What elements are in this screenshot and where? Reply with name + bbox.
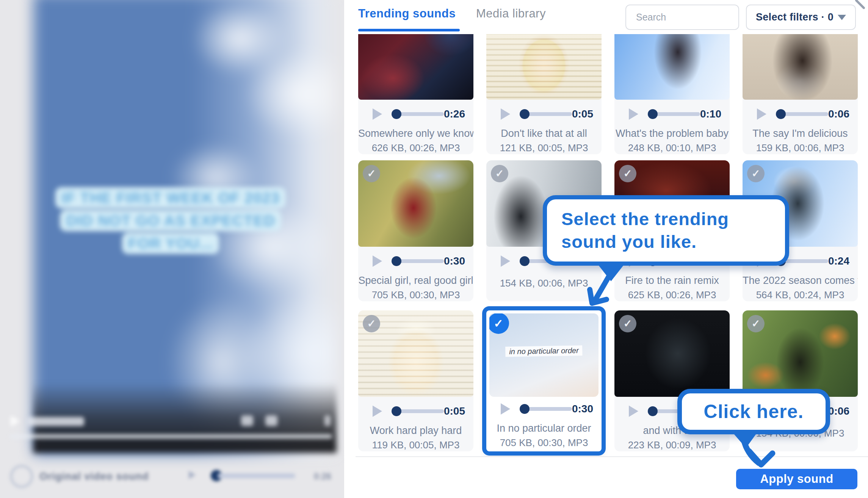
play-icon[interactable] — [501, 255, 510, 267]
sound-title: What's the problem baby — [614, 128, 730, 139]
duration-label: 0:05 — [572, 108, 593, 120]
sound-thumbnail: ✓ — [614, 310, 730, 397]
search-input[interactable] — [636, 5, 731, 29]
tutorial-callout-click: Click here. — [677, 389, 830, 434]
sound-thumbnail — [358, 34, 473, 100]
sound-title: Special girl, real good girl — [358, 275, 473, 287]
sound-card[interactable]: 0:06 The say I'm delicious 159 KB, 00:06… — [743, 34, 858, 154]
progress-dot — [648, 109, 658, 119]
active-tab-underline — [358, 29, 460, 31]
duration-label: 0:06 — [828, 108, 849, 120]
thumbnail-caption: in no particular order — [505, 345, 583, 357]
tab-trending-sounds[interactable]: Trending sounds — [358, 7, 456, 20]
sound-info: 564 KB, 00:24, MP3 — [743, 289, 858, 301]
sound-info: 625 KB, 00:26, MP3 — [614, 289, 730, 301]
play-icon[interactable] — [629, 406, 638, 417]
audio-progress[interactable] — [649, 112, 700, 116]
sound-info: 248 KB, 00:10, MP3 — [614, 142, 730, 154]
check-icon[interactable]: ✓ — [619, 315, 636, 332]
sound-time-label: 0:26 — [314, 471, 331, 482]
play-icon[interactable] — [373, 108, 382, 120]
progress-dot — [392, 406, 401, 416]
check-icon[interactable]: ✓ — [619, 165, 636, 182]
apply-sound-button[interactable]: Apply sound — [736, 469, 857, 489]
check-icon[interactable]: ✓ — [363, 315, 380, 332]
duration-label: 0:24 — [828, 255, 849, 267]
sound-title: Work hard play hard — [358, 425, 473, 437]
caption-line: IF THE FIRST WEEK OF 2023 — [55, 187, 286, 208]
footer-divider — [356, 456, 868, 457]
sound-card[interactable]: 0:10 What's the problem baby 248 KB, 00:… — [614, 34, 730, 154]
video-preview-panel: IF THE FIRST WEEK OF 2023 DID NOT GO AS … — [0, 0, 344, 498]
original-sound-row: Original video sound 0:26 — [0, 453, 344, 498]
check-icon-selected[interactable]: ✓ — [489, 313, 509, 334]
callout-text-line: Select the trending — [561, 208, 785, 230]
check-icon[interactable]: ✓ — [747, 315, 765, 332]
play-icon[interactable] — [501, 108, 510, 120]
sound-source-icon[interactable] — [10, 465, 33, 488]
sound-card[interactable]: 0:26 Somewhere only we know- 626 KB, 00:… — [358, 34, 473, 154]
video-settings-icon[interactable] — [265, 415, 277, 426]
duration-label: 0:06 — [828, 405, 849, 417]
sound-card[interactable]: ✓ 0:30 Special girl, real good girl 705 … — [358, 160, 473, 301]
sound-title: Somewhere only we know- — [358, 128, 473, 139]
filters-label: Select filters · 0 — [756, 11, 834, 23]
video-progress-bar[interactable] — [9, 434, 332, 438]
search-box — [625, 5, 739, 30]
sound-thumbnail — [486, 34, 602, 100]
callout-text: Click here. — [704, 401, 804, 423]
check-icon[interactable]: ✓ — [363, 165, 380, 182]
audio-progress[interactable] — [393, 409, 444, 413]
video-volume-icon[interactable] — [241, 415, 253, 426]
audio-progress[interactable] — [393, 259, 444, 263]
sound-info: 159 KB, 00:06, MP3 — [743, 142, 858, 154]
sound-thumbnail — [614, 34, 730, 100]
play-icon[interactable] — [373, 406, 382, 417]
check-icon[interactable]: ✓ — [491, 165, 508, 182]
audio-progress[interactable] — [393, 112, 444, 116]
sound-play-icon[interactable] — [189, 471, 196, 479]
progress-dot — [520, 404, 530, 414]
sound-card[interactable]: ✓ 0:05 Work hard play hard 119 KB, 00:05… — [358, 310, 473, 451]
sound-title: The say I'm delicious — [743, 128, 858, 139]
sound-progress-track[interactable] — [218, 473, 295, 478]
sound-info: 705 KB, 00:30, MP3 — [358, 289, 473, 301]
video-timecode-blurred — [27, 417, 84, 426]
tab-media-library[interactable]: Media library — [476, 7, 546, 20]
sound-info: 121 KB, 00:05, MP3 — [486, 142, 602, 154]
sound-info: 626 KB, 00:26, MP3 — [358, 142, 473, 154]
sound-title: The 2022 season comes to — [743, 275, 858, 287]
sound-card-selected[interactable]: in no particular order ✓ 0:30 In no part… — [486, 310, 602, 451]
progress-dot — [776, 109, 786, 119]
audio-progress[interactable] — [521, 112, 572, 116]
sound-title: In no particular order — [486, 423, 602, 434]
play-icon[interactable] — [501, 403, 510, 415]
progress-dot — [392, 256, 401, 266]
sound-info: 223 KB, 00:09, MP3 — [614, 439, 730, 451]
sound-thumbnail — [743, 34, 858, 100]
progress-dot — [648, 406, 658, 416]
audio-progress[interactable] — [521, 407, 572, 411]
sound-info: 705 KB, 00:30, MP3 — [486, 437, 602, 449]
video-fullscreen-icon[interactable] — [324, 415, 331, 426]
play-icon[interactable] — [629, 108, 638, 120]
progress-dot — [520, 109, 530, 119]
sound-title: Fire to the rain remix — [614, 275, 730, 287]
play-icon[interactable] — [373, 255, 382, 267]
caption-line: DID NOT GO AS EXPECTED — [60, 210, 281, 231]
sound-thumbnail: in no particular order ✓ — [489, 313, 599, 397]
caption-line: FOR YOU... — [122, 233, 219, 254]
filters-dropdown[interactable]: Select filters · 0 — [746, 5, 856, 30]
audio-progress[interactable] — [777, 112, 828, 116]
check-icon[interactable]: ✓ — [747, 165, 765, 182]
progress-dot — [520, 256, 530, 266]
video-caption: IF THE FIRST WEEK OF 2023 DID NOT GO AS … — [49, 186, 292, 255]
callout-text-line: sound you like. — [561, 230, 785, 253]
duration-label: 0:05 — [444, 405, 465, 417]
duration-label: 0:30 — [572, 403, 593, 415]
duration-label: 0:26 — [444, 108, 465, 120]
sound-card[interactable]: 0:05 Don't like that at all 121 KB, 00:0… — [486, 34, 602, 154]
video-play-icon[interactable] — [11, 415, 20, 427]
play-icon[interactable] — [757, 108, 766, 120]
sound-thumbnail: ✓ — [358, 160, 473, 247]
